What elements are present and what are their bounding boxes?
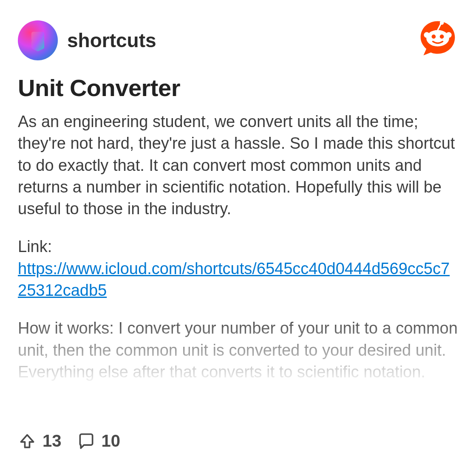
- upvote-count: 13: [42, 431, 62, 450]
- link-label: Link:: [18, 238, 52, 255]
- svg-point-4: [440, 34, 444, 39]
- subreddit-icon[interactable]: [18, 20, 58, 60]
- subreddit-name[interactable]: shortcuts: [67, 29, 156, 52]
- svg-point-3: [432, 34, 436, 39]
- upvote-section[interactable]: 13: [18, 431, 62, 450]
- post-header: shortcuts: [18, 20, 458, 60]
- post-footer: 13 10: [18, 431, 120, 450]
- post-link-paragraph: Link: https://www.icloud.com/shortcuts/6…: [18, 236, 458, 301]
- comment-section[interactable]: 10: [77, 431, 121, 450]
- comment-count: 10: [102, 431, 121, 450]
- svg-point-1: [424, 32, 429, 38]
- svg-point-0: [426, 30, 449, 46]
- post-paragraph: How it works: I convert your number of y…: [18, 317, 458, 383]
- upvote-icon: [18, 432, 37, 450]
- post-paragraph: As an engineering student, we convert un…: [18, 111, 458, 220]
- post-title: Unit Converter: [18, 74, 458, 102]
- comment-icon: [77, 432, 96, 450]
- shortcut-link[interactable]: https://www.icloud.com/shortcuts/6545cc4…: [18, 260, 450, 299]
- shortcuts-app-icon: [26, 29, 49, 52]
- svg-point-2: [446, 32, 451, 38]
- svg-point-5: [440, 21, 444, 25]
- post-body: As an engineering student, we convert un…: [18, 111, 458, 399]
- reddit-logo[interactable]: [417, 18, 458, 59]
